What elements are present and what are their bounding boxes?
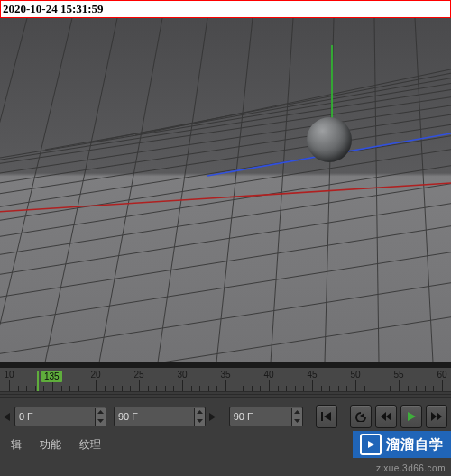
tick-label: 25 — [133, 370, 143, 380]
tick-label: 30 — [177, 370, 187, 380]
svg-marker-44 — [437, 412, 442, 421]
spin-up-icon[interactable] — [291, 408, 302, 417]
svg-marker-33 — [197, 419, 203, 423]
next-frame-button[interactable] — [426, 405, 447, 428]
svg-marker-31 — [97, 419, 104, 423]
svg-marker-42 — [408, 412, 416, 421]
grid-svg — [0, 18, 451, 362]
prev-frame-icon — [380, 411, 392, 422]
svg-line-9 — [0, 212, 451, 311]
svg-line-27 — [374, 18, 379, 362]
range-start-field[interactable] — [14, 407, 106, 426]
tick-label: 50 — [350, 370, 360, 380]
svg-line-25 — [271, 18, 293, 362]
svg-marker-40 — [381, 412, 386, 421]
range-end-next[interactable] — [209, 407, 216, 426]
tab-texture[interactable]: 纹理 — [70, 435, 110, 455]
watermark-badge: 溜溜自学 — [353, 431, 451, 458]
svg-marker-43 — [431, 412, 437, 421]
prev-key-button[interactable] — [350, 405, 372, 428]
timeline-ruler[interactable]: 1015202530354045505560 135 — [0, 368, 451, 391]
tab-edit[interactable]: 辑 — [2, 435, 31, 455]
next-frame-icon — [430, 411, 443, 422]
svg-line-14 — [0, 69, 451, 158]
tick-label: 45 — [307, 370, 317, 380]
range-start-input[interactable] — [15, 411, 95, 422]
svg-marker-45 — [368, 441, 374, 448]
svg-marker-30 — [97, 410, 104, 414]
tick-label: 60 — [437, 370, 446, 380]
svg-marker-29 — [4, 413, 10, 421]
timeline-area: 1015202530354045505560 135 辑 功 — [0, 362, 451, 476]
svg-line-23 — [158, 18, 207, 362]
svg-line-12 — [0, 303, 451, 362]
watermark-url: zixue.3d66.com — [376, 463, 446, 473]
svg-line-22 — [99, 18, 162, 362]
viewport-3d[interactable] — [0, 18, 451, 362]
spin-down-icon[interactable] — [194, 417, 205, 426]
svg-line-17 — [135, 50, 451, 135]
svg-marker-32 — [197, 410, 203, 414]
svg-marker-41 — [386, 412, 391, 421]
sphere-object[interactable] — [307, 117, 352, 162]
timestamp-text: 2020-10-24 15:31:59 — [1, 1, 450, 17]
spin-up-icon[interactable] — [194, 408, 205, 417]
play-button[interactable] — [400, 405, 422, 428]
watermark-brand: 溜溜自学 — [386, 436, 444, 453]
prev-key-icon — [354, 411, 367, 422]
tick-label: 40 — [263, 370, 273, 380]
svg-line-20 — [0, 18, 72, 362]
playhead-frame-label: 135 — [41, 371, 62, 382]
tick-label: 20 — [90, 370, 100, 380]
go-to-start-icon — [320, 411, 333, 422]
svg-rect-37 — [321, 412, 323, 421]
playhead[interactable]: 135 — [31, 371, 45, 391]
tab-function[interactable]: 功能 — [31, 435, 70, 455]
svg-line-24 — [216, 18, 253, 362]
transport-bar — [0, 398, 451, 435]
tick-label: 10 — [4, 370, 14, 380]
svg-marker-36 — [294, 419, 300, 423]
spin-down-icon[interactable] — [95, 417, 106, 426]
svg-line-2 — [0, 111, 451, 207]
range-end-input[interactable] — [115, 411, 194, 422]
svg-marker-35 — [294, 410, 300, 414]
svg-line-6 — [0, 151, 451, 251]
tick-label: 35 — [220, 370, 230, 380]
svg-line-11 — [0, 269, 451, 362]
range-end-field[interactable] — [114, 407, 206, 426]
tick-label: 55 — [393, 370, 403, 380]
spin-up-icon[interactable] — [95, 408, 106, 417]
current-frame-input[interactable] — [230, 411, 291, 422]
current-frame-field[interactable] — [229, 407, 303, 426]
go-to-start-button[interactable] — [316, 405, 337, 428]
svg-line-28 — [415, 18, 433, 362]
svg-marker-38 — [324, 412, 331, 421]
timestamp-overlay: 2020-10-24 15:31:59 — [0, 0, 451, 18]
play-icon — [406, 411, 417, 422]
svg-line-1 — [0, 122, 451, 221]
range-start-prev[interactable] — [4, 407, 11, 426]
svg-marker-34 — [209, 413, 216, 421]
prev-frame-button[interactable] — [375, 405, 397, 428]
watermark-play-icon — [360, 434, 382, 455]
svg-line-16 — [90, 56, 451, 142]
spin-down-icon[interactable] — [291, 417, 302, 426]
